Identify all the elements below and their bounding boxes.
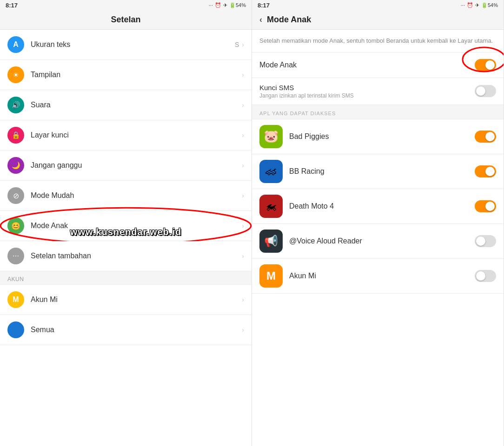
setelan-tambahan-label: Setelan tambahan (31, 252, 242, 260)
akun-mi-label: Akun Mi (31, 295, 242, 304)
settings-item-mode-mudah[interactable]: ⊘ Mode Mudah › (0, 181, 252, 211)
toggle-track-voice-aloud-reader[interactable] (475, 235, 496, 247)
bb-racing-icon: 🏎 (259, 160, 283, 183)
setelan-tambahan-icon: ⋯ (7, 248, 24, 264)
layar-kunci-icon: 🔒 (7, 127, 24, 144)
mode-anak-icon: 😊 (7, 217, 24, 234)
dots-icon-right: ··· (461, 2, 465, 8)
app-row-bad-piggies: 🐷 Bad Piggies (252, 119, 504, 154)
toggle-track-mode-anak[interactable] (475, 59, 496, 71)
signal-icon: ✈ (223, 2, 227, 8)
bb-racing-name: BB Racing (289, 167, 475, 176)
settings-list: A Ukuran teks S › ☀ Tampilan › 🔊 Suara ›… (0, 30, 252, 446)
apl-section-header: APL YANG DAPAT DIAKSES (252, 105, 504, 119)
chevron-icon: › (242, 326, 244, 334)
toggle-track-bb-racing[interactable] (475, 165, 496, 177)
voice-aloud-reader-name: @Voice Aloud Reader (289, 237, 475, 245)
chevron-icon: › (242, 41, 244, 48)
settings-item-tampilan[interactable]: ☀ Tampilan › (0, 60, 252, 90)
left-panel: 8:17 ··· ⏰ ✈ 🔋 54% Setelan A Ukuran teks… (0, 0, 252, 446)
app-row-death-moto-4: 🏍 Death Moto 4 (252, 189, 504, 224)
kunci-sms-row: Kunci SMS Jangan izinkan apl terinstal k… (252, 78, 504, 105)
mode-anak-label: Mode Anak (31, 222, 242, 230)
mode-anak-row: Mode Anak (252, 52, 504, 78)
time-left: 8:17 (6, 2, 18, 9)
battery-icon-right: 🔋 (481, 2, 488, 8)
mode-anak-toggle-label: Mode Anak (259, 61, 297, 69)
bad-piggies-toggle[interactable] (475, 131, 496, 143)
death-moto-4-toggle[interactable] (475, 200, 496, 212)
app-row-bb-racing: 🏎 BB Racing (252, 154, 504, 189)
suara-icon: 🔊 (7, 97, 24, 113)
info-text: Setelah mematikan mode Anak, sentuh tomb… (252, 30, 504, 52)
kunci-sms-text: Kunci SMS Jangan izinkan apl terinstal k… (259, 84, 475, 99)
status-bar-right: 8:17 ··· ⏰ ✈ 🔋 54% (252, 0, 504, 10)
suara-label: Suara (31, 101, 242, 109)
chevron-icon: › (242, 252, 244, 260)
alarm-icon-right: ⏰ (467, 2, 473, 8)
kunci-sms-toggle[interactable] (475, 85, 496, 97)
voice-aloud-reader-toggle[interactable] (475, 235, 496, 247)
app-row-akun-mi-app: M Akun Mi (252, 259, 504, 294)
chevron-icon: › (242, 101, 244, 109)
alarm-icon: ⏰ (215, 2, 221, 8)
chevron-icon: › (242, 222, 244, 230)
chevron-icon: › (242, 71, 244, 79)
right-panel: 8:17 ··· ⏰ ✈ 🔋 54% ‹ Mode Anak Setelah m… (252, 0, 504, 446)
toggle-track-death-moto-4[interactable] (475, 200, 496, 212)
kunci-sms-subtitle: Jangan izinkan apl terinstal kirim SMS (259, 92, 475, 99)
toggle-track-akun-mi-app[interactable] (475, 270, 496, 282)
toggle-thumb-mode-anak (485, 60, 495, 70)
right-panel-header: ‹ Mode Anak (252, 10, 504, 30)
ukuran-teks-label: Ukuran teks (31, 40, 235, 49)
death-moto-4-icon: 🏍 (259, 195, 283, 218)
status-icons-right: ··· ⏰ ✈ 🔋 54% (461, 2, 498, 8)
battery-left: 🔋 54% (229, 2, 246, 8)
chevron-icon: › (242, 131, 244, 139)
settings-item-akun-mi[interactable]: M Akun Mi › (0, 285, 252, 315)
layar-kunci-label: Layar kunci (31, 131, 242, 139)
status-bar-left: 8:17 ··· ⏰ ✈ 🔋 54% (0, 0, 252, 10)
settings-item-jangan-ganggu[interactable]: 🌙 Jangan ganggu › (0, 151, 252, 181)
signal-icon-right: ✈ (475, 2, 479, 8)
app-row-voice-aloud-reader: 📢 @Voice Aloud Reader (252, 224, 504, 259)
chevron-icon: › (242, 162, 244, 169)
ukuran-teks-value: S (235, 41, 239, 48)
left-panel-header: Setelan (0, 10, 252, 30)
right-panel-title: Mode Anak (267, 15, 311, 25)
settings-item-semua[interactable]: 👤 Semua › (0, 315, 252, 345)
back-button[interactable]: ‹ (259, 15, 262, 25)
jangan-ganggu-icon: 🌙 (7, 157, 24, 174)
voice-aloud-reader-icon: 📢 (259, 230, 283, 253)
battery-icon: 🔋 (229, 2, 236, 8)
akun-mi-app-toggle[interactable] (475, 270, 496, 282)
death-moto-4-name: Death Moto 4 (289, 202, 475, 210)
toggle-track-kunci-sms[interactable] (475, 85, 496, 97)
bb-racing-toggle[interactable] (475, 165, 496, 177)
jangan-ganggu-label: Jangan ganggu (31, 161, 242, 170)
tampilan-icon: ☀ (7, 66, 24, 83)
settings-item-setelan-tambahan[interactable]: ⋯ Setelan tambahan › (0, 241, 252, 271)
semua-label: Semua (31, 326, 242, 334)
settings-item-ukuran-teks[interactable]: A Ukuran teks S › (0, 30, 252, 60)
akun-mi-app-name: Akun Mi (289, 272, 475, 280)
time-right: 8:17 (258, 2, 270, 9)
mode-mudah-label: Mode Mudah (31, 191, 242, 200)
akun-mi-icon: M (7, 291, 24, 308)
dots-icon: ··· (209, 2, 213, 8)
right-panel-content: Setelah mematikan mode Anak, sentuh tomb… (252, 30, 504, 446)
settings-item-suara[interactable]: 🔊 Suara › (0, 90, 252, 120)
mode-anak-toggle[interactable] (475, 59, 496, 71)
akun-mi-app-icon: M (259, 264, 283, 288)
settings-item-mode-anak[interactable]: 😊 Mode Anak › (0, 211, 252, 241)
chevron-icon: › (242, 192, 244, 199)
semua-icon: 👤 (7, 321, 24, 338)
toggle-thumb-kunci-sms (476, 86, 485, 96)
chevron-icon: › (242, 296, 244, 303)
status-icons-left: ··· ⏰ ✈ 🔋 54% (209, 2, 246, 8)
kunci-sms-title: Kunci SMS (259, 84, 475, 92)
toggle-track-bad-piggies[interactable] (475, 131, 496, 143)
ukuran-teks-icon: A (7, 36, 24, 53)
tampilan-label: Tampilan (31, 71, 242, 79)
settings-item-layar-kunci[interactable]: 🔒 Layar kunci › (0, 120, 252, 151)
